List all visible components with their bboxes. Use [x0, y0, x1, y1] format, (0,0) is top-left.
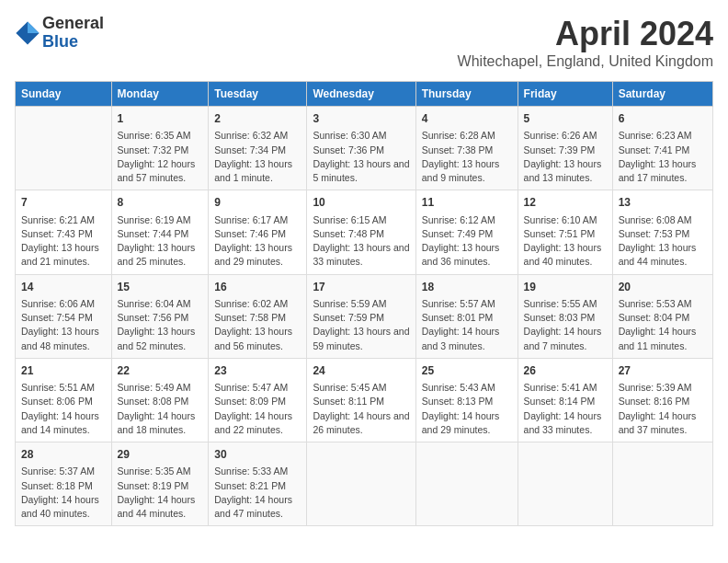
day-number: 13: [619, 195, 707, 211]
cell-details: Sunrise: 6:21 AMSunset: 7:43 PMDaylight:…: [21, 213, 106, 270]
cell-w4-d3: 23Sunrise: 5:47 AMSunset: 8:09 PMDayligh…: [209, 358, 307, 442]
cell-w5-d7: [612, 442, 712, 526]
cell-details: Sunrise: 5:43 AMSunset: 8:13 PMDaylight:…: [422, 381, 512, 437]
cell-details: Sunrise: 6:19 AMSunset: 7:44 PMDaylight:…: [118, 213, 203, 270]
day-number: 11: [422, 195, 512, 211]
header-saturday: Saturday: [612, 82, 712, 107]
day-number: 5: [524, 111, 607, 127]
day-number: 14: [21, 280, 106, 295]
day-number: 7: [21, 195, 106, 211]
cell-w1-d6: 5Sunrise: 6:26 AMSunset: 7:39 PMDaylight…: [518, 107, 612, 190]
subtitle: Whitechapel, England, United Kingdom: [458, 53, 713, 70]
day-number: 19: [524, 280, 607, 295]
cell-details: Sunrise: 6:04 AMSunset: 7:56 PMDaylight:…: [118, 297, 203, 353]
day-number: 26: [524, 363, 607, 379]
cell-w2-d4: 10Sunrise: 6:15 AMSunset: 7:48 PMDayligh…: [307, 190, 415, 274]
cell-w4-d1: 21Sunrise: 5:51 AMSunset: 8:06 PMDayligh…: [16, 358, 112, 442]
day-number: 25: [422, 363, 512, 379]
cell-details: Sunrise: 5:59 AMSunset: 7:59 PMDaylight:…: [313, 297, 409, 353]
cell-details: Sunrise: 5:49 AMSunset: 8:08 PMDaylight:…: [118, 381, 203, 437]
day-number: 12: [524, 195, 607, 211]
header-tuesday: Tuesday: [209, 82, 307, 107]
day-number: 18: [422, 280, 512, 295]
cell-w2-d6: 12Sunrise: 6:10 AMSunset: 7:51 PMDayligh…: [518, 190, 612, 274]
header-wednesday: Wednesday: [307, 82, 415, 107]
cell-details: Sunrise: 6:32 AMSunset: 7:34 PMDaylight:…: [214, 129, 301, 185]
day-number: 21: [21, 363, 106, 379]
cell-details: Sunrise: 5:35 AMSunset: 8:19 PMDaylight:…: [118, 465, 203, 521]
title-block: April 2024 Whitechapel, England, United …: [458, 15, 713, 70]
cell-w3-d3: 16Sunrise: 6:02 AMSunset: 7:58 PMDayligh…: [209, 274, 307, 358]
day-number: 10: [313, 195, 409, 211]
cell-w3-d5: 18Sunrise: 5:57 AMSunset: 8:01 PMDayligh…: [415, 274, 518, 358]
cell-details: Sunrise: 5:37 AMSunset: 8:18 PMDaylight:…: [21, 465, 106, 521]
page-header: General Blue April 2024 Whitechapel, Eng…: [15, 15, 713, 70]
logo-icon: [15, 20, 40, 46]
cell-details: Sunrise: 5:39 AMSunset: 8:16 PMDaylight:…: [619, 381, 707, 437]
cell-w5-d2: 29Sunrise: 5:35 AMSunset: 8:19 PMDayligh…: [111, 442, 209, 526]
cell-w2-d1: 7Sunrise: 6:21 AMSunset: 7:43 PMDaylight…: [16, 190, 112, 274]
cell-w4-d4: 24Sunrise: 5:45 AMSunset: 8:11 PMDayligh…: [307, 358, 415, 442]
logo-text: General Blue: [42, 15, 104, 52]
cell-w1-d4: 3Sunrise: 6:30 AMSunset: 7:36 PMDaylight…: [307, 107, 415, 190]
cell-details: Sunrise: 6:06 AMSunset: 7:54 PMDaylight:…: [21, 297, 106, 353]
cell-w5-d1: 28Sunrise: 5:37 AMSunset: 8:18 PMDayligh…: [16, 442, 112, 526]
cell-w5-d3: 30Sunrise: 5:33 AMSunset: 8:21 PMDayligh…: [209, 442, 307, 526]
day-number: 3: [313, 111, 409, 127]
cell-details: Sunrise: 5:33 AMSunset: 8:21 PMDaylight:…: [214, 465, 301, 521]
header-monday: Monday: [111, 82, 209, 107]
day-number: 20: [619, 280, 707, 295]
cell-w4-d2: 22Sunrise: 5:49 AMSunset: 8:08 PMDayligh…: [111, 358, 209, 442]
week-row-5: 28Sunrise: 5:37 AMSunset: 8:18 PMDayligh…: [16, 442, 713, 526]
logo-blue: Blue: [42, 33, 104, 52]
cell-w2-d2: 8Sunrise: 6:19 AMSunset: 7:44 PMDaylight…: [111, 190, 209, 274]
cell-details: Sunrise: 6:35 AMSunset: 7:32 PMDaylight:…: [118, 129, 203, 185]
cell-details: Sunrise: 5:47 AMSunset: 8:09 PMDaylight:…: [214, 381, 301, 437]
cell-details: Sunrise: 6:08 AMSunset: 7:53 PMDaylight:…: [619, 213, 707, 270]
logo: General Blue: [15, 15, 104, 52]
cell-w4-d5: 25Sunrise: 5:43 AMSunset: 8:13 PMDayligh…: [415, 358, 518, 442]
week-row-3: 14Sunrise: 6:06 AMSunset: 7:54 PMDayligh…: [16, 274, 713, 358]
cell-w5-d6: [518, 442, 612, 526]
day-number: 9: [214, 195, 301, 211]
day-number: 24: [313, 363, 409, 379]
day-number: 23: [214, 363, 301, 379]
cell-w5-d5: [415, 442, 518, 526]
cell-w1-d7: 6Sunrise: 6:23 AMSunset: 7:41 PMDaylight…: [612, 107, 712, 190]
cell-details: Sunrise: 6:26 AMSunset: 7:39 PMDaylight:…: [524, 129, 607, 185]
day-number: 1: [118, 111, 203, 127]
week-row-1: 1Sunrise: 6:35 AMSunset: 7:32 PMDaylight…: [16, 107, 713, 190]
day-number: 28: [21, 447, 106, 463]
header-row: SundayMondayTuesdayWednesdayThursdayFrid…: [16, 82, 713, 107]
cell-w3-d7: 20Sunrise: 5:53 AMSunset: 8:04 PMDayligh…: [612, 274, 712, 358]
day-number: 8: [118, 195, 203, 211]
cell-details: Sunrise: 6:15 AMSunset: 7:48 PMDaylight:…: [313, 213, 409, 270]
cell-w3-d6: 19Sunrise: 5:55 AMSunset: 8:03 PMDayligh…: [518, 274, 612, 358]
cell-details: Sunrise: 6:30 AMSunset: 7:36 PMDaylight:…: [313, 129, 409, 185]
day-number: 4: [422, 111, 512, 127]
cell-w3-d1: 14Sunrise: 6:06 AMSunset: 7:54 PMDayligh…: [16, 274, 112, 358]
main-title: April 2024: [458, 15, 713, 53]
cell-w2-d3: 9Sunrise: 6:17 AMSunset: 7:46 PMDaylight…: [209, 190, 307, 274]
cell-w2-d7: 13Sunrise: 6:08 AMSunset: 7:53 PMDayligh…: [612, 190, 712, 274]
cell-details: Sunrise: 5:41 AMSunset: 8:14 PMDaylight:…: [524, 381, 607, 437]
cell-details: Sunrise: 5:51 AMSunset: 8:06 PMDaylight:…: [21, 381, 106, 437]
cell-details: Sunrise: 5:45 AMSunset: 8:11 PMDaylight:…: [313, 381, 409, 437]
cell-details: Sunrise: 5:57 AMSunset: 8:01 PMDaylight:…: [422, 297, 512, 353]
day-number: 17: [313, 280, 409, 295]
cell-w2-d5: 11Sunrise: 6:12 AMSunset: 7:49 PMDayligh…: [415, 190, 518, 274]
cell-w1-d2: 1Sunrise: 6:35 AMSunset: 7:32 PMDaylight…: [111, 107, 209, 190]
day-number: 15: [118, 280, 203, 295]
cell-w3-d4: 17Sunrise: 5:59 AMSunset: 7:59 PMDayligh…: [307, 274, 415, 358]
week-row-4: 21Sunrise: 5:51 AMSunset: 8:06 PMDayligh…: [16, 358, 713, 442]
cell-details: Sunrise: 6:17 AMSunset: 7:46 PMDaylight:…: [214, 213, 301, 270]
cell-w1-d5: 4Sunrise: 6:28 AMSunset: 7:38 PMDaylight…: [415, 107, 518, 190]
day-number: 27: [619, 363, 707, 379]
cell-w4-d6: 26Sunrise: 5:41 AMSunset: 8:14 PMDayligh…: [518, 358, 612, 442]
cell-w1-d3: 2Sunrise: 6:32 AMSunset: 7:34 PMDaylight…: [209, 107, 307, 190]
logo-general: General: [42, 15, 104, 33]
day-number: 16: [214, 280, 301, 295]
cell-w3-d2: 15Sunrise: 6:04 AMSunset: 7:56 PMDayligh…: [111, 274, 209, 358]
day-number: 30: [214, 447, 301, 463]
cell-details: Sunrise: 6:10 AMSunset: 7:51 PMDaylight:…: [524, 213, 607, 270]
